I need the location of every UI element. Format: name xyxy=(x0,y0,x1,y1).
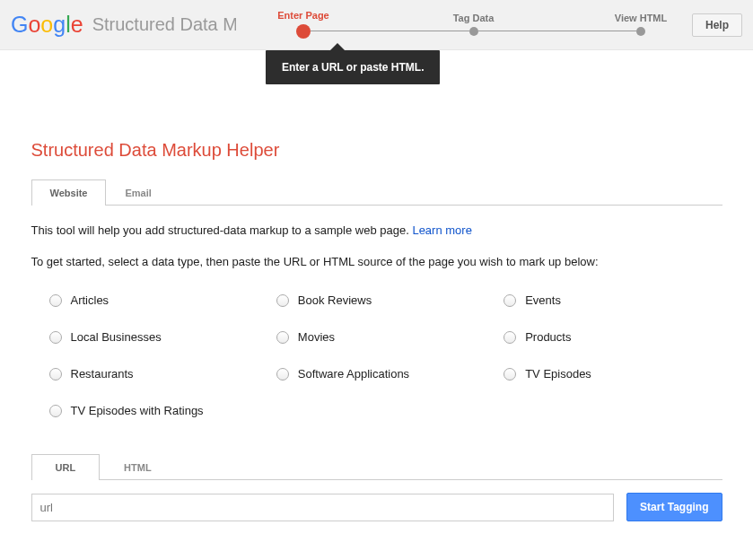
radio-icon xyxy=(276,331,289,344)
google-logo: Google xyxy=(11,12,83,38)
app-header: Google Structured Data M Enter Page Tag … xyxy=(0,0,753,50)
radio-icon xyxy=(49,405,62,417)
radio-icon xyxy=(503,294,516,307)
radio-restaurants[interactable]: Restaurants xyxy=(49,367,267,381)
step-dot-enter-page[interactable] xyxy=(296,24,311,39)
step-label-enter-page: Enter Page xyxy=(277,10,328,21)
step-dot-view-html[interactable] xyxy=(636,27,645,36)
radio-software-applications[interactable]: Software Applications xyxy=(276,367,495,381)
radio-book-reviews[interactable]: Book Reviews xyxy=(276,293,495,307)
radio-icon xyxy=(276,368,289,381)
tab-website[interactable]: Website xyxy=(31,179,107,206)
progress-stepper: Enter Page Tag Data View HTML xyxy=(296,12,645,39)
input-type-tabs: URL HTML xyxy=(31,453,722,480)
tab-email[interactable]: Email xyxy=(106,179,170,206)
main-content: Structured Data Markup Helper Website Em… xyxy=(31,50,722,521)
step-tooltip: Enter a URL or paste HTML. xyxy=(266,50,440,84)
radio-icon xyxy=(503,331,516,344)
intro-text: This tool will help you add structured-d… xyxy=(31,223,722,237)
tab-html[interactable]: HTML xyxy=(100,454,176,480)
step-label-view-html: View HTML xyxy=(615,13,667,23)
start-tagging-button[interactable]: Start Tagging xyxy=(626,493,722,521)
instruction-text: To get started, select a data type, then… xyxy=(31,255,722,268)
radio-events[interactable]: Events xyxy=(503,293,722,307)
radio-tv-episodes-ratings[interactable]: TV Episodes with Ratings xyxy=(49,404,267,417)
step-dot-tag-data[interactable] xyxy=(469,27,478,36)
step-connector xyxy=(311,31,469,31)
page-title: Structured Data Markup Helper xyxy=(31,140,722,161)
radio-local-businesses[interactable]: Local Businesses xyxy=(49,330,267,344)
radio-products[interactable]: Products xyxy=(503,330,722,344)
learn-more-link[interactable]: Learn more xyxy=(412,223,471,237)
url-input-row: Start Tagging xyxy=(31,493,722,521)
radio-tv-episodes[interactable]: TV Episodes xyxy=(503,367,722,381)
radio-icon xyxy=(276,294,289,307)
radio-articles[interactable]: Articles xyxy=(49,293,267,307)
source-type-tabs: Website Email xyxy=(31,179,722,206)
radio-icon xyxy=(503,368,516,381)
app-title: Structured Data M xyxy=(92,14,236,35)
radio-icon xyxy=(49,368,62,381)
radio-icon xyxy=(49,331,62,344)
data-type-grid: Articles Book Reviews Events Local Busin… xyxy=(31,293,722,417)
tab-url[interactable]: URL xyxy=(31,454,101,480)
step-label-tag-data: Tag Data xyxy=(453,13,495,23)
step-connector xyxy=(478,31,637,31)
help-button[interactable]: Help xyxy=(692,13,742,37)
url-input[interactable] xyxy=(31,494,615,521)
radio-movies[interactable]: Movies xyxy=(276,330,495,344)
radio-icon xyxy=(49,294,62,307)
